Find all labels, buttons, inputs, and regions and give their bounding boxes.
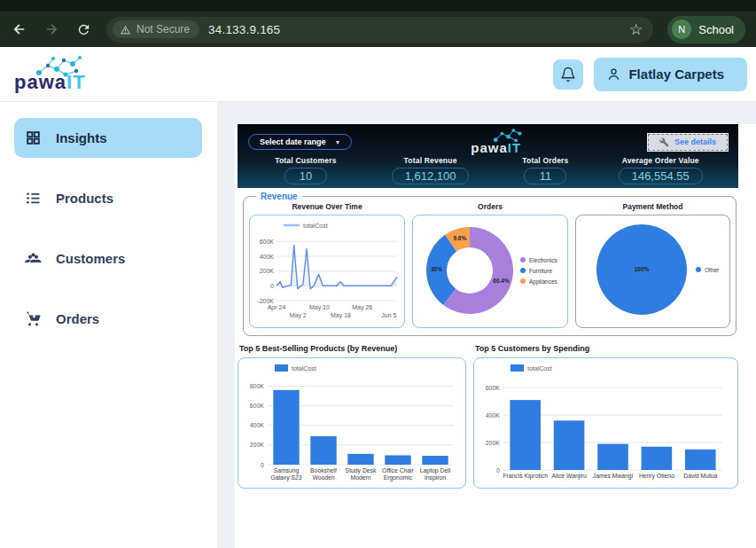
svg-text:400K: 400K (260, 254, 275, 260)
svg-text:600K: 600K (260, 239, 275, 245)
bar-chart-top-customers: 0200K400K600KFrancis KiprotichAlice Wanj… (473, 357, 738, 489)
see-details-button[interactable]: See details (648, 134, 728, 151)
revenue-section: Revenue Revenue Over Time 600K400K200K0-… (243, 192, 737, 336)
not-secure-badge[interactable]: Not Secure (113, 20, 199, 38)
sidebar-item-label: Orders (56, 311, 99, 326)
browser-toolbar: Not Secure 34.133.9.165 ☆ N School (0, 12, 756, 47)
svg-text:Laptop Dell: Laptop Dell (420, 467, 451, 474)
sidebar-item-insights[interactable]: Insights (14, 118, 202, 158)
stat-value: 146,554.55 (619, 168, 703, 184)
chart-title-revenue-over-time: Revenue Over Time (249, 202, 405, 211)
svg-text:600K: 600K (486, 385, 501, 391)
sidebar-item-orders[interactable]: Orders (14, 299, 202, 339)
svg-text:200K: 200K (486, 440, 501, 446)
account-button[interactable]: Flatlay Carpets (594, 58, 747, 91)
svg-text:200K: 200K (250, 442, 265, 448)
stat-value: 10 (284, 168, 327, 184)
user-icon (606, 67, 621, 82)
chart-title-orders: Orders (412, 202, 568, 211)
customers-icon (23, 249, 43, 269)
list-icon (23, 189, 43, 208)
stat-value: 1,612,100 (392, 168, 470, 184)
svg-text:800K: 800K (250, 383, 265, 389)
notifications-button[interactable] (553, 59, 583, 90)
revenue-section-title: Revenue (256, 192, 302, 201)
svg-text:Jun 5: Jun 5 (381, 312, 396, 318)
forward-icon[interactable] (43, 20, 60, 38)
svg-text:Henry Otieno: Henry Otieno (639, 473, 674, 480)
main-content: Select date range ▼ (217, 102, 756, 548)
svg-text:Appliances: Appliances (529, 278, 558, 286)
address-bar[interactable]: Not Secure 34.133.9.165 ☆ (106, 17, 653, 43)
date-range-select[interactable]: Select date range ▼ (248, 134, 352, 150)
line-chart-revenue-over-time: 600K400K200K0-200KApr 24May 2May 10May 1… (249, 215, 405, 328)
stat-total-revenue: Total Revenue 1,612,100 (363, 156, 497, 184)
svg-text:9.6%: 9.6% (453, 235, 466, 241)
svg-text:60.4%: 60.4% (493, 278, 510, 284)
dashboard-hero: Select date range ▼ (238, 124, 738, 188)
svg-text:400K: 400K (250, 422, 265, 428)
stat-label: Total Customers (275, 156, 336, 165)
svg-text:May 26: May 26 (352, 304, 372, 311)
hero-logo: pawaIT (471, 129, 529, 155)
svg-text:totalCost: totalCost (292, 365, 316, 372)
bookmark-star-icon[interactable]: ☆ (629, 22, 643, 37)
svg-text:0: 0 (496, 467, 500, 474)
warning-icon (120, 24, 131, 35)
svg-text:600K: 600K (250, 403, 265, 409)
stat-average-order-value: Average Order Value 146,554.55 (593, 156, 727, 184)
pie-chart-payment-method: 100%Other (575, 215, 730, 328)
svg-text:Francis Kiprotich: Francis Kiprotich (503, 473, 548, 480)
back-icon[interactable] (11, 20, 28, 38)
svg-text:Modern: Modern (350, 474, 370, 481)
stat-label: Total Revenue (404, 156, 457, 165)
svg-text:David Mutua: David Mutua (683, 473, 717, 479)
sidebar-item-label: Insights (56, 130, 107, 145)
svg-text:400K: 400K (486, 412, 501, 419)
browser-tab-strip[interactable] (0, 0, 756, 12)
svg-text:-200K: -200K (257, 298, 274, 304)
brand-wordmark: pawaIT (471, 140, 521, 155)
stat-total-orders: Total Orders 11 (497, 156, 593, 184)
not-secure-label: Not Secure (136, 23, 190, 35)
svg-text:30%: 30% (431, 266, 442, 272)
sidebar-item-label: Products (56, 191, 113, 206)
bell-icon (560, 67, 576, 82)
svg-text:0: 0 (261, 462, 264, 468)
svg-text:May 2: May 2 (290, 312, 307, 319)
browser-profile-chip[interactable]: N School (667, 16, 745, 43)
dashboard-panel: Select date range ▼ (235, 124, 756, 548)
svg-text:Samsung: Samsung (274, 467, 300, 474)
sidebar-item-customers[interactable]: Customers (14, 239, 202, 278)
sidebar: Insights Products Customers Orders (0, 102, 217, 548)
svg-text:James Mwangi: James Mwangi (593, 473, 634, 480)
svg-text:Ergonomic: Ergonomic (384, 474, 413, 481)
svg-text:100%: 100% (635, 266, 650, 272)
svg-text:Office Chair: Office Chair (382, 467, 414, 474)
browser-window: Not Secure 34.133.9.165 ☆ N School (0, 0, 756, 548)
svg-text:Other: Other (705, 267, 720, 273)
reload-icon[interactable] (74, 20, 92, 38)
stat-label: Total Orders (522, 156, 568, 165)
svg-text:May 10: May 10 (309, 304, 330, 311)
wrench-icon (659, 137, 669, 147)
svg-text:Galaxy S23: Galaxy S23 (270, 474, 301, 481)
avatar: N (672, 20, 691, 39)
svg-text:Furniture: Furniture (529, 268, 552, 274)
stat-value: 11 (524, 168, 566, 184)
url-text[interactable]: 34.133.9.165 (208, 23, 620, 36)
grid-icon (23, 129, 43, 148)
svg-text:0: 0 (270, 283, 274, 289)
sidebar-item-label: Customers (56, 251, 125, 266)
brand-wordmark: pawaIT (14, 71, 86, 94)
sidebar-item-products[interactable]: Products (14, 178, 202, 218)
date-range-label: Select date range (260, 137, 326, 146)
svg-text:Bookshelf: Bookshelf (310, 467, 337, 474)
svg-text:Alice Wanjiru: Alice Wanjiru (551, 473, 587, 480)
donut-chart-orders: 60.4%30%9.6%ElectronicsFurnitureApplianc… (412, 215, 568, 328)
cart-icon (23, 309, 43, 329)
stat-total-customers: Total Customers 10 (248, 156, 363, 184)
profile-name: School (698, 23, 734, 36)
svg-text:Study Desk: Study Desk (346, 467, 377, 474)
chart-title-payment-method: Payment Method (575, 202, 730, 211)
